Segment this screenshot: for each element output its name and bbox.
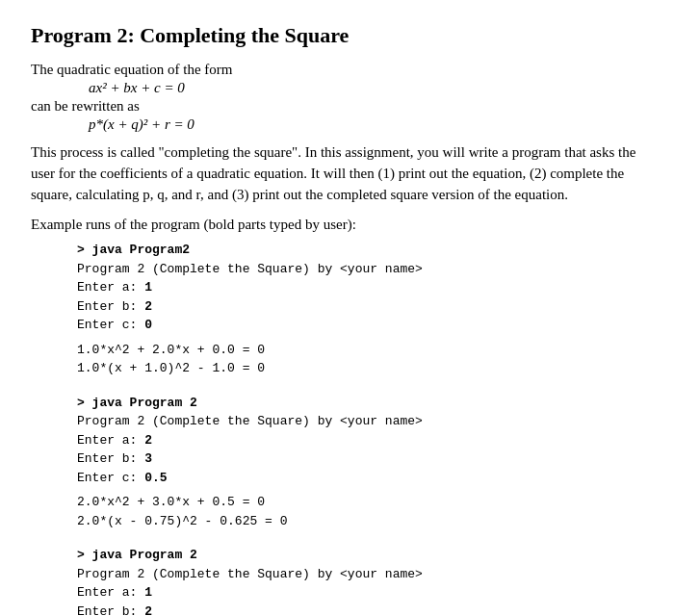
intro-line1: The quadratic equation of the form (31, 62, 643, 78)
run3-line2: Enter a: 1 (77, 583, 643, 603)
run2-output: 2.0*x^2 + 3.0*x + 0.5 = 0 2.0*(x - 0.75)… (77, 493, 643, 530)
run-block-1: > java Program2 Program 2 (Complete the … (77, 241, 643, 378)
run-block-3: > java Program 2 Program 2 (Complete the… (77, 546, 643, 616)
run3-input-a: 1 (144, 585, 152, 600)
run3-line3: Enter b: 2 (77, 603, 643, 616)
intro-line2: can be rewritten as (31, 98, 643, 115)
run1-line2: Enter a: 1 (77, 278, 643, 297)
run3-line1: Program 2 (Complete the Square) by <your… (77, 565, 643, 584)
run2-command: > java Program 2 (77, 394, 643, 413)
run1-out1: 1.0*x^2 + 2.0*x + 0.0 = 0 (77, 341, 643, 360)
intro-block: The quadratic equation of the form ax² +… (31, 62, 643, 133)
run1-command: > java Program2 (77, 241, 643, 260)
run2-line1: Program 2 (Complete the Square) by <your… (77, 412, 643, 431)
run1-out2: 1.0*(x + 1.0)^2 - 1.0 = 0 (77, 359, 643, 378)
run1-line4: Enter c: 0 (77, 316, 643, 335)
math-line1: ax² + bx + c = 0 (89, 80, 643, 96)
run2-out2: 2.0*(x - 0.75)^2 - 0.625 = 0 (77, 512, 643, 531)
run1-input-b: 2 (144, 299, 152, 314)
math-line2: p*(x + q)² + r = 0 (89, 116, 643, 133)
run1-input-c: 0 (144, 318, 152, 332)
run3-command: > java Program 2 (77, 546, 643, 565)
run1-line1: Program 2 (Complete the Square) by <your… (77, 260, 643, 279)
run2-input-a: 2 (144, 433, 152, 448)
run3-input-b: 2 (144, 604, 152, 616)
run2-input-b: 3 (144, 451, 152, 466)
run2-line3: Enter b: 3 (77, 449, 643, 469)
run2-input-c: 0.5 (144, 471, 167, 485)
example-heading: Example runs of the program (bold parts … (31, 217, 643, 233)
run1-output: 1.0*x^2 + 2.0*x + 0.0 = 0 1.0*(x + 1.0)^… (77, 341, 643, 378)
description-paragraph: This process is called "completing the s… (31, 142, 643, 205)
page-title: Program 2: Completing the Square (31, 23, 643, 48)
run1-input-a: 1 (144, 280, 152, 295)
run2-line4: Enter c: 0.5 (77, 469, 643, 488)
run2-line2: Enter a: 2 (77, 431, 643, 450)
run2-out1: 2.0*x^2 + 3.0*x + 0.5 = 0 (77, 493, 643, 512)
run-block-2: > java Program 2 Program 2 (Complete the… (77, 394, 643, 531)
example-runs: > java Program2 Program 2 (Complete the … (77, 241, 643, 616)
run1-line3: Enter b: 2 (77, 297, 643, 317)
